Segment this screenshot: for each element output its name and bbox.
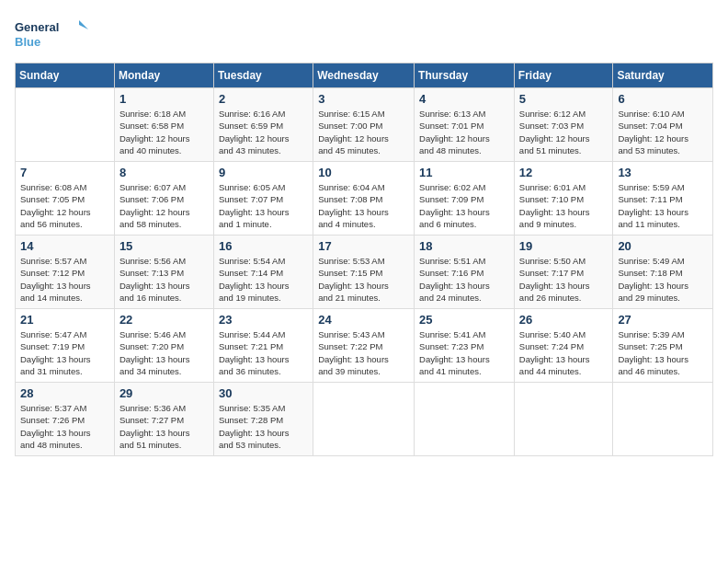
calendar-cell: 5Sunrise: 6:12 AMSunset: 7:03 PMDaylight… [514,88,613,162]
calendar-cell: 30Sunrise: 5:35 AMSunset: 7:28 PMDayligh… [213,383,313,456]
calendar-cell: 22Sunrise: 5:46 AMSunset: 7:20 PMDayligh… [114,309,213,383]
calendar-cell: 29Sunrise: 5:36 AMSunset: 7:27 PMDayligh… [114,383,213,456]
calendar-cell: 23Sunrise: 5:44 AMSunset: 7:21 PMDayligh… [213,309,313,383]
header-cell-monday: Monday [114,63,213,88]
day-info: Sunrise: 6:12 AMSunset: 7:03 PMDaylight:… [519,108,609,156]
day-info: Sunrise: 5:49 AMSunset: 7:18 PMDaylight:… [618,255,708,304]
calendar-cell: 10Sunrise: 6:04 AMSunset: 7:08 PMDayligh… [313,162,415,236]
day-info: Sunrise: 6:08 AMSunset: 7:05 PMDaylight:… [20,181,109,230]
calendar-cell: 25Sunrise: 5:41 AMSunset: 7:23 PMDayligh… [415,309,515,383]
day-number: 12 [519,166,609,179]
calendar-cell [415,383,515,456]
day-number: 19 [519,239,609,253]
day-number: 9 [219,166,308,179]
calendar-cell: 6Sunrise: 6:10 AMSunset: 7:04 PMDaylight… [613,88,713,162]
day-number: 11 [419,166,509,179]
day-number: 7 [20,166,109,179]
calendar-body: 1Sunrise: 6:18 AMSunset: 6:58 PMDaylight… [16,88,713,456]
day-info: Sunrise: 5:53 AMSunset: 7:15 PMDaylight:… [318,255,409,304]
day-number: 29 [119,386,209,400]
calendar-cell: 11Sunrise: 6:02 AMSunset: 7:09 PMDayligh… [415,162,515,236]
header-cell-sunday: Sunday [16,63,115,88]
day-info: Sunrise: 6:10 AMSunset: 7:04 PMDaylight:… [618,108,708,156]
day-number: 30 [219,386,308,400]
day-info: Sunrise: 6:07 AMSunset: 7:06 PMDaylight:… [119,181,209,230]
calendar-cell: 1Sunrise: 6:18 AMSunset: 6:58 PMDaylight… [114,88,213,162]
day-info: Sunrise: 5:39 AMSunset: 7:25 PMDaylight:… [618,328,708,377]
calendar-week-1: 1Sunrise: 6:18 AMSunset: 6:58 PMDaylight… [16,88,713,162]
day-info: Sunrise: 6:05 AMSunset: 7:07 PMDaylight:… [219,181,308,230]
day-number: 28 [20,386,109,400]
calendar-cell: 24Sunrise: 5:43 AMSunset: 7:22 PMDayligh… [313,309,415,383]
day-number: 2 [219,92,308,106]
calendar-cell: 21Sunrise: 5:47 AMSunset: 7:19 PMDayligh… [16,309,115,383]
day-number: 26 [519,313,609,327]
logo: General Blue [15,15,88,52]
day-number: 1 [119,92,209,106]
header: General Blue [15,15,713,52]
day-number: 8 [119,166,209,179]
calendar-cell [613,383,713,456]
day-info: Sunrise: 6:15 AMSunset: 7:00 PMDaylight:… [318,108,409,156]
header-cell-tuesday: Tuesday [213,63,313,88]
svg-text:Blue: Blue [15,35,40,49]
day-info: Sunrise: 5:40 AMSunset: 7:24 PMDaylight:… [519,328,609,377]
day-number: 6 [618,92,708,106]
day-number: 23 [219,313,308,327]
day-info: Sunrise: 5:50 AMSunset: 7:17 PMDaylight:… [519,255,609,304]
day-info: Sunrise: 5:43 AMSunset: 7:22 PMDaylight:… [318,328,409,377]
day-number: 17 [318,239,409,253]
day-info: Sunrise: 5:51 AMSunset: 7:16 PMDaylight:… [419,255,509,304]
day-info: Sunrise: 5:54 AMSunset: 7:14 PMDaylight:… [219,255,308,304]
day-number: 13 [618,166,708,179]
calendar-cell: 20Sunrise: 5:49 AMSunset: 7:18 PMDayligh… [613,236,713,309]
calendar-cell: 13Sunrise: 5:59 AMSunset: 7:11 PMDayligh… [613,162,713,236]
header-row: SundayMondayTuesdayWednesdayThursdayFrid… [16,63,713,88]
calendar-cell: 9Sunrise: 6:05 AMSunset: 7:07 PMDaylight… [213,162,313,236]
day-number: 24 [318,313,409,327]
day-number: 15 [119,239,209,253]
calendar-cell [313,383,415,456]
day-number: 10 [318,166,409,179]
calendar-cell: 15Sunrise: 5:56 AMSunset: 7:13 PMDayligh… [114,236,213,309]
day-number: 27 [618,313,708,327]
calendar-cell: 2Sunrise: 6:16 AMSunset: 6:59 PMDaylight… [213,88,313,162]
calendar-cell: 7Sunrise: 6:08 AMSunset: 7:05 PMDaylight… [16,162,115,236]
day-info: Sunrise: 5:35 AMSunset: 7:28 PMDaylight:… [219,402,308,451]
calendar-header: SundayMondayTuesdayWednesdayThursdayFrid… [16,63,713,88]
calendar-cell: 12Sunrise: 6:01 AMSunset: 7:10 PMDayligh… [514,162,613,236]
calendar-cell [16,88,115,162]
calendar-cell [514,383,613,456]
header-cell-wednesday: Wednesday [313,63,415,88]
calendar-week-2: 7Sunrise: 6:08 AMSunset: 7:05 PMDaylight… [16,162,713,236]
day-info: Sunrise: 6:02 AMSunset: 7:09 PMDaylight:… [419,181,509,230]
calendar-cell: 4Sunrise: 6:13 AMSunset: 7:01 PMDaylight… [415,88,515,162]
day-number: 21 [20,313,109,327]
day-number: 22 [119,313,209,327]
day-number: 18 [419,239,509,253]
day-info: Sunrise: 6:01 AMSunset: 7:10 PMDaylight:… [519,181,609,230]
calendar-cell: 3Sunrise: 6:15 AMSunset: 7:00 PMDaylight… [313,88,415,162]
header-cell-saturday: Saturday [613,63,713,88]
calendar-week-5: 28Sunrise: 5:37 AMSunset: 7:26 PMDayligh… [16,383,713,456]
day-info: Sunrise: 5:46 AMSunset: 7:20 PMDaylight:… [119,328,209,377]
day-number: 16 [219,239,308,253]
svg-text:General: General [15,20,59,34]
calendar-cell: 16Sunrise: 5:54 AMSunset: 7:14 PMDayligh… [213,236,313,309]
logo-svg: General Blue [15,15,88,52]
day-info: Sunrise: 6:16 AMSunset: 6:59 PMDaylight:… [219,108,308,156]
day-info: Sunrise: 5:36 AMSunset: 7:27 PMDaylight:… [119,402,209,451]
calendar-cell: 17Sunrise: 5:53 AMSunset: 7:15 PMDayligh… [313,236,415,309]
calendar-cell: 19Sunrise: 5:50 AMSunset: 7:17 PMDayligh… [514,236,613,309]
day-info: Sunrise: 5:59 AMSunset: 7:11 PMDaylight:… [618,181,708,230]
day-info: Sunrise: 5:44 AMSunset: 7:21 PMDaylight:… [219,328,308,377]
day-number: 5 [519,92,609,106]
calendar-cell: 18Sunrise: 5:51 AMSunset: 7:16 PMDayligh… [415,236,515,309]
day-info: Sunrise: 6:04 AMSunset: 7:08 PMDaylight:… [318,181,409,230]
day-number: 14 [20,239,109,253]
day-info: Sunrise: 5:57 AMSunset: 7:12 PMDaylight:… [20,255,109,304]
calendar-cell: 28Sunrise: 5:37 AMSunset: 7:26 PMDayligh… [16,383,115,456]
calendar-week-3: 14Sunrise: 5:57 AMSunset: 7:12 PMDayligh… [16,236,713,309]
day-info: Sunrise: 5:56 AMSunset: 7:13 PMDaylight:… [119,255,209,304]
header-cell-thursday: Thursday [415,63,515,88]
